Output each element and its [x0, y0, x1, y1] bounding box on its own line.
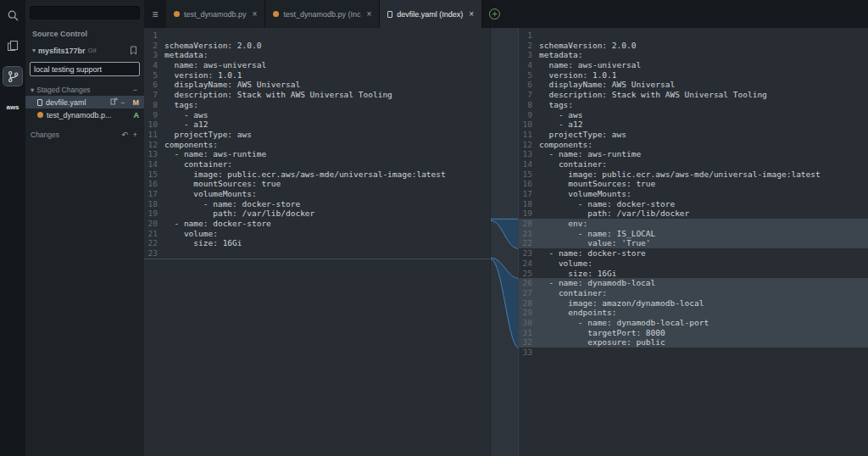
code-line[interactable]: 5 version: 1.0.1 [144, 70, 490, 81]
line-text: - name: IS_LOCAL [539, 229, 655, 239]
code-line[interactable]: 19 path: /var/lib/docker [519, 209, 868, 219]
line-number: 16 [519, 179, 539, 189]
open-file-icon[interactable] [110, 97, 118, 107]
code-line[interactable]: 23 [144, 248, 490, 259]
code-line[interactable]: 5 version: 1.0.1 [519, 70, 868, 81]
code-line[interactable]: 12components: [519, 140, 868, 150]
code-line[interactable]: 8 tags: [144, 100, 490, 110]
staged-file-row[interactable]: devfile.yaml−M [25, 96, 144, 108]
code-line[interactable]: 12components: [144, 140, 490, 150]
tab-1[interactable]: test_dynamodb.py× [166, 0, 265, 28]
diff-gutter-strip[interactable] [490, 28, 518, 456]
code-line[interactable]: 19 path: /var/lib/docker [144, 209, 490, 219]
code-line[interactable]: 4 name: aws-universal [144, 60, 490, 70]
code-line[interactable]: 7 description: Stack with AWS Universal … [144, 90, 490, 100]
code-line[interactable]: 20 env: [519, 219, 868, 229]
code-line[interactable]: 8 tags: [519, 100, 868, 110]
explorer-icon[interactable] [3, 36, 22, 55]
code-line[interactable]: 16 mountSources: true [519, 179, 868, 189]
line-number: 8 [144, 100, 164, 110]
code-line[interactable]: 14 container: [144, 159, 490, 170]
search-icon[interactable] [3, 6, 22, 25]
tab-3[interactable]: devfile.yaml (Index)× [380, 0, 482, 28]
code-line[interactable]: 30 - name: dynamodb-local-port [519, 318, 868, 328]
discard-all-icon[interactable]: ↶ [121, 131, 128, 139]
staged-changes-header[interactable]: ▾ Staged Changes − [25, 84, 144, 96]
code-line[interactable]: 13 - name: aws-runtime [519, 149, 868, 159]
code-line[interactable]: 9 - aws [144, 110, 490, 120]
close-icon[interactable]: × [469, 9, 474, 19]
python-file-icon [273, 11, 279, 17]
line-text: container: [164, 159, 232, 170]
code-line[interactable]: 1 [519, 31, 868, 41]
code-line[interactable]: 6 displayName: AWS Universal [144, 80, 490, 90]
code-line[interactable]: 11 projectType: aws [519, 130, 868, 140]
commit-message-input[interactable] [30, 62, 140, 76]
code-line[interactable]: 13 - name: aws-runtime [144, 149, 490, 159]
code-line[interactable]: 17 volumeMounts: [144, 189, 490, 199]
menu-icon[interactable]: ≡ [144, 0, 166, 28]
code-line[interactable]: 24 volume: [519, 259, 868, 269]
code-line[interactable]: 27 container: [519, 288, 868, 298]
sidebar-top-input[interactable] [30, 6, 140, 19]
line-number: 23 [519, 248, 539, 259]
code-line[interactable]: 7 description: Stack with AWS Universal … [519, 90, 868, 100]
code-line[interactable]: 20 - name: docker-store [144, 219, 490, 229]
unstage-all-icon[interactable]: − [133, 86, 137, 94]
chevron-down-icon: ▾ [32, 47, 36, 54]
line-number: 14 [144, 159, 164, 170]
code-line[interactable]: 23 - name: docker-store [519, 248, 868, 259]
code-line[interactable]: 17 volumeMounts: [519, 189, 868, 199]
code-line[interactable]: 22 size: 16Gi [144, 238, 490, 248]
line-text: - name: dynamodb-local [539, 278, 655, 288]
diff-modified-pane: 12schemaVersion: 2.0.03metadata:4 name: … [518, 28, 868, 456]
line-number: 10 [144, 120, 164, 130]
code-line[interactable]: 10 - a12 [519, 120, 868, 130]
repository-row[interactable]: ▾ mysfits177br Git [25, 46, 144, 55]
code-line[interactable]: 1 [144, 31, 490, 41]
code-line[interactable]: 22 value: 'True' [519, 238, 868, 248]
line-text: container: [539, 159, 607, 170]
line-number: 22 [144, 238, 164, 248]
code-line[interactable]: 18 - name: docker-store [519, 199, 868, 209]
code-line[interactable]: 2schemaVersion: 2.0.0 [144, 41, 490, 51]
diff-editor: 12schemaVersion: 2.0.03metadata:4 name: … [144, 28, 868, 456]
code-line[interactable]: 16 mountSources: true [144, 179, 490, 189]
code-line[interactable]: 14 container: [519, 159, 868, 170]
code-line[interactable]: 29 endpoints: [519, 308, 868, 318]
code-line[interactable]: 6 displayName: AWS Universal [519, 80, 868, 90]
line-number: 20 [519, 219, 539, 229]
line-number: 18 [144, 199, 164, 209]
code-line[interactable]: 26 - name: dynamodb-local [519, 278, 868, 288]
tab-2[interactable]: test_dynamodb.py (Inc× [265, 0, 380, 28]
stage-all-icon[interactable]: + [133, 131, 137, 139]
changes-header[interactable]: Changes ↶ + [25, 129, 144, 141]
code-line[interactable]: 18 - name: docker-store [144, 199, 490, 209]
close-icon[interactable]: × [366, 9, 371, 19]
code-line[interactable]: 10 - a12 [144, 120, 490, 130]
code-line[interactable]: 21 volume: [144, 229, 490, 239]
line-text: path: /var/lib/docker [539, 209, 689, 219]
code-line[interactable]: 11 projectType: aws [144, 130, 490, 140]
code-line[interactable]: 2schemaVersion: 2.0.0 [519, 41, 868, 51]
code-line[interactable]: 9 - aws [519, 110, 868, 120]
line-text: - name: aws-runtime [539, 149, 641, 159]
close-icon[interactable]: × [253, 9, 258, 19]
code-line[interactable]: 32 exposure: public [519, 337, 868, 348]
code-line[interactable]: 21 - name: IS_LOCAL [519, 229, 868, 239]
code-line[interactable]: 28 image: amazon/dynamodb-local [519, 298, 868, 309]
code-line[interactable]: 31 targetPort: 8000 [519, 328, 868, 338]
code-line[interactable]: 25 size: 16Gi [519, 269, 868, 279]
code-line[interactable]: 33 [519, 348, 868, 358]
unstage-icon[interactable]: − [120, 98, 125, 107]
source-control-icon[interactable] [3, 67, 22, 86]
aws-toolkit-icon[interactable]: aws [3, 97, 22, 116]
staged-file-row[interactable]: test_dynamodb.p...A [25, 108, 144, 121]
new-tab-button[interactable]: + [489, 8, 500, 19]
code-line[interactable]: 3metadata: [519, 50, 868, 60]
code-line[interactable]: 3metadata: [144, 50, 490, 60]
code-line[interactable]: 4 name: aws-universal [519, 60, 868, 70]
line-text: projectType: aws [164, 130, 252, 140]
code-line[interactable]: 15 image: public.ecr.aws/aws-mde/univers… [519, 170, 868, 180]
code-line[interactable]: 15 image: public.ecr.aws/aws-mde/univers… [144, 170, 490, 180]
